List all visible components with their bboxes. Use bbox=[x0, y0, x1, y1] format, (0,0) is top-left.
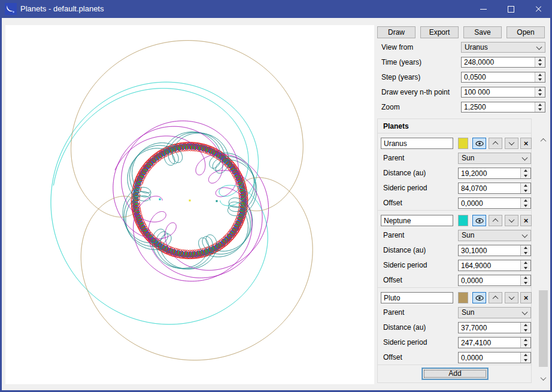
move-up-button[interactable] bbox=[489, 292, 502, 303]
arrow-up-icon bbox=[524, 354, 527, 356]
distance-input[interactable] bbox=[459, 245, 523, 256]
app-icon bbox=[5, 3, 17, 15]
move-down-button[interactable] bbox=[505, 138, 518, 149]
distance-spinbox bbox=[458, 322, 531, 333]
time-input[interactable] bbox=[462, 57, 537, 67]
visibility-toggle-button[interactable] bbox=[472, 215, 486, 226]
arrow-down-icon bbox=[524, 359, 527, 361]
arrow-up-icon bbox=[538, 59, 542, 61]
parent-select[interactable]: Sun bbox=[458, 153, 531, 164]
add-planet-button[interactable]: Add bbox=[422, 368, 488, 379]
planets-scrollbar[interactable] bbox=[538, 135, 548, 384]
parent-value: Sun bbox=[462, 154, 474, 163]
spin-down-button[interactable] bbox=[521, 328, 530, 333]
step-input[interactable] bbox=[462, 72, 537, 82]
visibility-toggle-button[interactable] bbox=[472, 292, 486, 303]
scrollbar-thumb[interactable] bbox=[539, 290, 548, 367]
spin-down-button[interactable] bbox=[521, 281, 530, 286]
chevron-down-icon bbox=[522, 309, 528, 315]
arrow-down-icon bbox=[524, 175, 527, 177]
distance-input[interactable] bbox=[459, 168, 523, 178]
arrow-up-icon bbox=[538, 104, 542, 106]
spin-down-button[interactable] bbox=[535, 107, 545, 112]
eye-icon bbox=[475, 141, 484, 147]
chevron-down-icon bbox=[522, 232, 528, 238]
planet-color-swatch[interactable] bbox=[458, 215, 468, 226]
planet-card-uranus: × Parent Sun Distance (au) Sideric perio… bbox=[377, 133, 532, 211]
offset-input[interactable] bbox=[459, 353, 523, 363]
zoom-spinner bbox=[535, 102, 545, 112]
spin-down-button[interactable] bbox=[521, 203, 530, 209]
draw-button[interactable]: Draw bbox=[377, 26, 415, 38]
minimize-button[interactable] bbox=[469, 0, 497, 18]
planet-name-input[interactable] bbox=[381, 138, 453, 149]
sideric-spinbox bbox=[458, 337, 531, 348]
planet-name-input[interactable] bbox=[381, 215, 453, 226]
spin-down-button[interactable] bbox=[521, 266, 530, 271]
view-from-select[interactable]: Uranus bbox=[461, 42, 545, 53]
arrow-up-icon bbox=[538, 74, 542, 76]
sideric-input[interactable] bbox=[459, 183, 523, 193]
time-label: Time (years) bbox=[381, 57, 421, 68]
step-spinbox bbox=[461, 72, 545, 83]
export-button[interactable]: Export bbox=[420, 26, 459, 38]
orbit-canvas[interactable] bbox=[5, 25, 374, 384]
spin-down-button[interactable] bbox=[535, 62, 545, 67]
spin-down-button[interactable] bbox=[521, 174, 530, 179]
move-up-button[interactable] bbox=[489, 138, 502, 149]
planet-name-input[interactable] bbox=[381, 292, 453, 303]
arrow-down-icon bbox=[524, 282, 527, 284]
spin-down-button[interactable] bbox=[535, 92, 545, 97]
eye-icon bbox=[475, 295, 484, 301]
nth-point-spinbox bbox=[461, 87, 545, 98]
distance-spinbox bbox=[458, 245, 531, 256]
offset-label: Offset bbox=[383, 352, 402, 363]
planet-color-swatch[interactable] bbox=[458, 138, 468, 149]
offset-input[interactable] bbox=[459, 275, 523, 285]
offset-spinbox bbox=[458, 275, 531, 286]
close-icon bbox=[535, 5, 542, 13]
delete-planet-button[interactable]: × bbox=[520, 292, 532, 303]
parent-select[interactable]: Sun bbox=[458, 307, 531, 318]
distance-input[interactable] bbox=[459, 323, 523, 333]
open-button[interactable]: Open bbox=[506, 26, 545, 38]
planet-color-swatch[interactable] bbox=[458, 292, 468, 303]
parent-label: Parent bbox=[383, 230, 404, 241]
zoom-input[interactable] bbox=[462, 102, 537, 112]
delete-planet-button[interactable]: × bbox=[520, 215, 532, 226]
save-button[interactable]: Save bbox=[463, 26, 502, 38]
parent-select[interactable]: Sun bbox=[458, 230, 531, 241]
close-button[interactable] bbox=[524, 0, 552, 18]
move-down-button[interactable] bbox=[505, 215, 518, 226]
spin-down-button[interactable] bbox=[535, 77, 545, 82]
scroll-up-button[interactable] bbox=[538, 135, 548, 145]
visibility-toggle-button[interactable] bbox=[472, 138, 486, 149]
close-icon: × bbox=[524, 139, 529, 147]
nth-point-input[interactable] bbox=[462, 87, 537, 97]
parent-label: Parent bbox=[383, 153, 404, 164]
chevron-down-icon bbox=[509, 217, 515, 223]
move-down-button[interactable] bbox=[505, 292, 518, 303]
spin-down-button[interactable] bbox=[521, 189, 530, 194]
delete-planet-button[interactable]: × bbox=[520, 138, 532, 149]
distance-spinbox bbox=[458, 168, 531, 179]
close-icon: × bbox=[524, 294, 529, 302]
time-spinbox bbox=[461, 57, 545, 68]
spin-down-button[interactable] bbox=[521, 251, 530, 256]
move-up-button[interactable] bbox=[489, 215, 502, 226]
spin-down-button[interactable] bbox=[521, 343, 530, 348]
sideric-input[interactable] bbox=[459, 260, 523, 271]
offset-input[interactable] bbox=[459, 198, 523, 208]
arrow-down-icon bbox=[524, 205, 527, 207]
chevron-up-icon bbox=[493, 218, 499, 224]
arrow-down-icon bbox=[538, 108, 542, 111]
parent-label: Parent bbox=[383, 307, 404, 318]
arrow-down-icon bbox=[524, 267, 527, 269]
sideric-input[interactable] bbox=[459, 338, 523, 348]
sideric-spinbox bbox=[458, 183, 531, 194]
scroll-down-button[interactable] bbox=[538, 373, 548, 384]
arrow-down-icon bbox=[524, 190, 527, 192]
window-content: Draw Export Save Open View from Uranus T… bbox=[2, 18, 550, 390]
spin-down-button[interactable] bbox=[521, 358, 530, 363]
maximize-button[interactable] bbox=[497, 0, 524, 18]
